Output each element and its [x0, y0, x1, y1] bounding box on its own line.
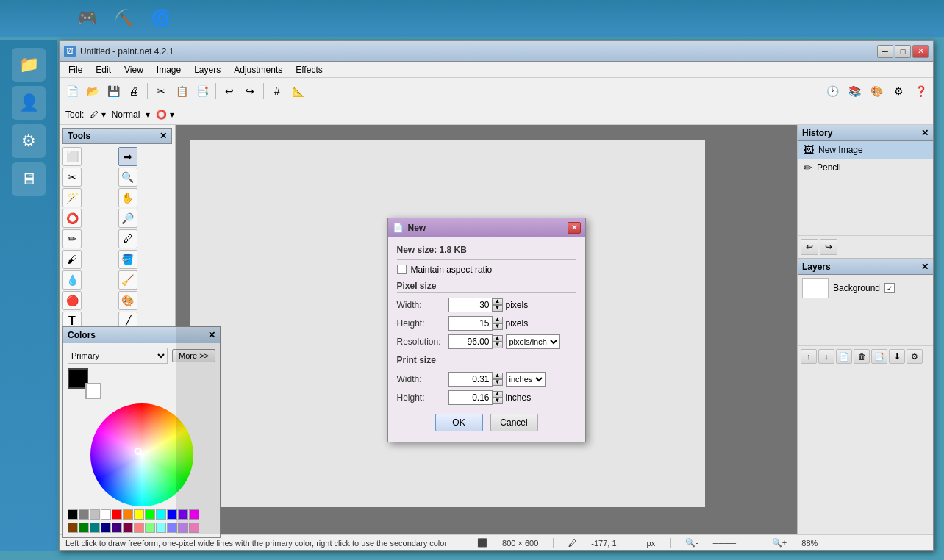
history-icon[interactable]: 🕐	[823, 82, 842, 101]
layer-item-background[interactable]: Background ✓	[798, 275, 933, 301]
palette-dark-pink[interactable]	[123, 523, 133, 533]
menu-layers[interactable]: Layers	[188, 63, 226, 76]
settings-icon[interactable]: ⚙	[889, 82, 908, 101]
tool-recolor[interactable]: 🎨	[118, 291, 137, 310]
undo-history-button[interactable]: ↩	[801, 239, 818, 255]
primary-secondary-select[interactable]: Primary Secondary	[68, 348, 168, 364]
tool-clone-stamp[interactable]: 🔴	[62, 291, 82, 310]
taskbar-app-3[interactable]: 🌀	[146, 4, 175, 33]
dialog-width-down[interactable]: ▼	[493, 305, 503, 312]
palette-black[interactable]	[68, 509, 78, 520]
layer-merge-button[interactable]: ⬇	[889, 349, 905, 364]
menu-adjustments[interactable]: Adjustments	[228, 63, 288, 76]
menu-effects[interactable]: Effects	[290, 63, 328, 76]
history-item-pencil[interactable]: ✏ Pencil	[798, 159, 933, 176]
shape-select[interactable]: ⭕ ▾	[156, 110, 174, 120]
close-button[interactable]: ✕	[912, 45, 929, 58]
menu-view[interactable]: View	[118, 63, 149, 76]
palette-yellow[interactable]	[134, 509, 144, 520]
palette-green[interactable]	[145, 509, 155, 520]
tool-pencil[interactable]: ✏	[62, 229, 82, 248]
help-icon[interactable]: ❓	[911, 82, 930, 101]
palette-indigo[interactable]	[112, 523, 122, 533]
canvas-area[interactable]: 📄 New ✕ New size: 1.8 KB Mainta	[176, 125, 797, 534]
ruler-button[interactable]: 📐	[288, 82, 307, 101]
paste-button[interactable]: 📑	[193, 82, 212, 101]
palette-light-green[interactable]	[145, 523, 155, 533]
menu-edit[interactable]: Edit	[90, 63, 117, 76]
tool-magic-wand[interactable]: 🪄	[62, 188, 82, 207]
tool-scroll[interactable]: ✋	[118, 188, 137, 207]
taskbar-app-2[interactable]: ⛏️	[109, 4, 138, 33]
mode-dropdown-icon[interactable]: ▾	[146, 110, 150, 120]
taskbar-app-1[interactable]: 🎮	[72, 4, 101, 33]
layer-move-up-button[interactable]: ↑	[801, 349, 817, 364]
history-item-new-image[interactable]: 🖼 New Image	[798, 141, 933, 159]
status-zoom-in-icon[interactable]: 🔍+	[772, 538, 787, 548]
dialog-print-width-down[interactable]: ▼	[493, 379, 503, 386]
layer-delete-button[interactable]: 🗑	[854, 349, 870, 364]
dialog-width-input[interactable]	[448, 298, 493, 312]
maintain-aspect-ratio-checkbox[interactable]	[397, 265, 407, 274]
status-zoom-out-icon[interactable]: 🔍-	[685, 538, 698, 548]
dialog-print-height-input[interactable]	[448, 390, 493, 405]
palette-navy[interactable]	[101, 523, 111, 533]
dialog-resolution-unit-select[interactable]: pixels/inch pixels/cm	[506, 334, 560, 349]
layers-panel-close[interactable]: ✕	[921, 262, 929, 272]
tool-lasso-select[interactable]: ✂	[62, 168, 82, 187]
palette-light-red[interactable]	[134, 523, 144, 533]
palette-dark-green[interactable]	[79, 523, 89, 533]
layer-move-down-button[interactable]: ↓	[818, 349, 834, 364]
sidebar-icon-display[interactable]: 🖥	[12, 162, 46, 196]
tool-zoom-out[interactable]: 🔎	[118, 209, 137, 228]
menu-file[interactable]: File	[62, 63, 88, 76]
undo-button[interactable]: ↩	[220, 82, 239, 101]
tool-fill[interactable]: 🪣	[118, 250, 137, 269]
dialog-resolution-down[interactable]: ▼	[493, 342, 503, 348]
history-panel-close[interactable]: ✕	[921, 128, 929, 138]
palette-red[interactable]	[112, 509, 122, 520]
cut-button[interactable]: ✂	[151, 82, 171, 101]
tool-ellipse-select[interactable]: ⭕	[62, 209, 82, 228]
tool-airbrush[interactable]: 🖌	[62, 250, 82, 269]
colors-icon[interactable]: 🎨	[867, 82, 886, 101]
tool-eraser[interactable]: 🧹	[118, 270, 137, 290]
layer-duplicate-button[interactable]: 📑	[871, 349, 887, 364]
tool-color-picker[interactable]: 💧	[62, 270, 82, 290]
tool-zoom[interactable]: 🔍	[118, 168, 137, 187]
layers-icon[interactable]: 📚	[845, 82, 864, 101]
minimize-button[interactable]: ─	[877, 45, 893, 58]
sidebar-icon-user[interactable]: 👤	[12, 86, 46, 120]
palette-brown[interactable]	[68, 523, 78, 533]
new-file-button[interactable]: 📄	[62, 82, 82, 101]
redo-button[interactable]: ↪	[240, 82, 260, 101]
open-file-button[interactable]: 📂	[83, 82, 102, 101]
tool-rectangle-select[interactable]: ⬜	[62, 147, 82, 166]
save-button[interactable]: 💾	[104, 82, 123, 101]
dialog-resolution-input[interactable]	[448, 334, 493, 349]
tools-panel-close[interactable]: ✕	[160, 131, 167, 141]
dialog-height-input[interactable]	[448, 316, 493, 331]
palette-silver[interactable]	[90, 509, 100, 520]
layer-properties-button[interactable]: ⚙	[907, 349, 923, 364]
palette-teal[interactable]	[90, 523, 100, 533]
dialog-height-down[interactable]: ▼	[493, 323, 503, 330]
dialog-cancel-button[interactable]: Cancel	[490, 414, 538, 431]
zoom-slider[interactable]: ────	[713, 539, 757, 548]
dialog-print-width-unit-select[interactable]: inches cm mm	[506, 372, 546, 387]
tool-paintbrush[interactable]: 🖊	[118, 229, 137, 248]
maximize-button[interactable]: □	[895, 45, 911, 58]
palette-white[interactable]	[101, 509, 111, 520]
print-button[interactable]: 🖨	[124, 82, 143, 101]
secondary-color-swatch[interactable]	[85, 383, 101, 399]
palette-cyan[interactable]	[156, 509, 166, 520]
redo-history-button[interactable]: ↪	[820, 239, 837, 255]
sidebar-icon-settings[interactable]: ⚙	[12, 124, 46, 158]
copy-button[interactable]: 📋	[172, 82, 191, 101]
palette-orange[interactable]	[123, 509, 133, 520]
grid-button[interactable]: #	[268, 82, 287, 101]
sidebar-icon-folder[interactable]: 📁	[12, 48, 46, 82]
tool-move[interactable]: ➡	[118, 147, 137, 166]
dialog-print-width-input[interactable]	[448, 372, 493, 387]
dialog-print-height-down[interactable]: ▼	[493, 398, 503, 404]
